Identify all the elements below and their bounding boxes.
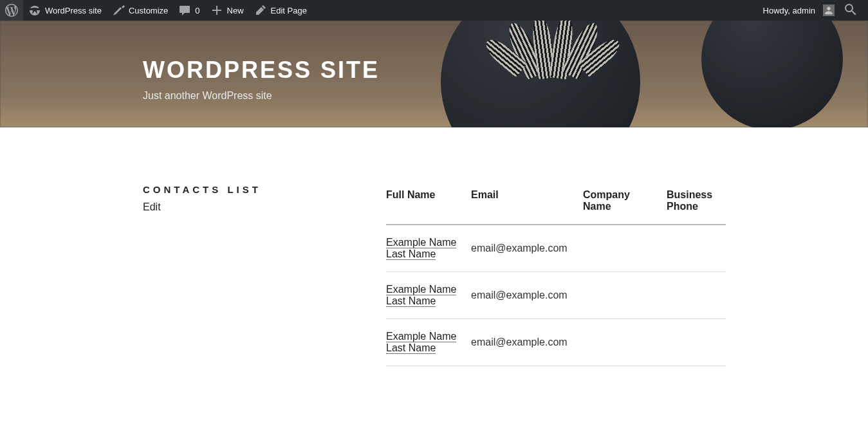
avatar-icon bbox=[823, 5, 835, 16]
new-label: New bbox=[227, 6, 244, 15]
cell-company bbox=[583, 225, 667, 272]
page-content: CONTACTS LIST Edit Full Name Email Compa… bbox=[0, 127, 868, 366]
col-company: Company Name bbox=[583, 184, 667, 225]
customize-icon bbox=[112, 4, 125, 17]
site-name-menu[interactable]: WordPress site bbox=[23, 0, 107, 21]
comments-menu[interactable]: 0 bbox=[173, 0, 205, 21]
contact-name-link[interactable]: Example Name Last Name bbox=[386, 331, 456, 354]
table-row: Example Name Last Nameemail@example.com bbox=[386, 319, 726, 366]
cell-email: email@example.com bbox=[471, 225, 583, 272]
cell-full-name: Example Name Last Name bbox=[386, 225, 471, 272]
table-row: Example Name Last Nameemail@example.com bbox=[386, 272, 726, 319]
site-name-label: WordPress site bbox=[45, 6, 102, 15]
customize-label: Customize bbox=[129, 6, 168, 15]
page-title: CONTACTS LIST bbox=[143, 184, 386, 195]
new-content-menu[interactable]: New bbox=[205, 0, 249, 21]
entry-content: Full Name Email Company Name Business Ph… bbox=[386, 184, 726, 366]
cell-email: email@example.com bbox=[471, 319, 583, 366]
cell-phone bbox=[667, 272, 726, 319]
cell-email: email@example.com bbox=[471, 272, 583, 319]
contact-name-link[interactable]: Example Name Last Name bbox=[386, 284, 456, 307]
cell-company bbox=[583, 272, 667, 319]
cell-phone bbox=[667, 225, 726, 272]
dashboard-icon bbox=[28, 4, 41, 17]
entry-header: CONTACTS LIST Edit bbox=[143, 184, 386, 366]
wordpress-icon bbox=[5, 4, 18, 17]
table-header-row: Full Name Email Company Name Business Ph… bbox=[386, 184, 726, 225]
cell-phone bbox=[667, 319, 726, 366]
comments-icon bbox=[178, 4, 191, 17]
edit-page-label: Edit Page bbox=[271, 6, 307, 15]
col-full-name: Full Name bbox=[386, 184, 471, 225]
site-branding: WORDPRESS SITE Just another WordPress si… bbox=[0, 21, 868, 102]
edit-page-menu[interactable]: Edit Page bbox=[249, 0, 312, 21]
admin-bar-left: WordPress site Customize 0 New Edit Page bbox=[0, 0, 758, 21]
col-phone: Business Phone bbox=[667, 184, 726, 225]
my-account-menu[interactable]: Howdy, admin bbox=[758, 0, 840, 21]
comments-count: 0 bbox=[195, 6, 199, 15]
contact-name-link[interactable]: Example Name Last Name bbox=[386, 237, 456, 260]
howdy-label: Howdy, admin bbox=[763, 6, 815, 15]
table-row: Example Name Last Nameemail@example.com bbox=[386, 225, 726, 272]
site-tagline: Just another WordPress site bbox=[143, 90, 868, 102]
site-title[interactable]: WORDPRESS SITE bbox=[143, 57, 868, 84]
search-menu[interactable] bbox=[840, 0, 863, 21]
plus-icon bbox=[210, 4, 223, 17]
wp-admin-bar: WordPress site Customize 0 New Edit Page bbox=[0, 0, 868, 21]
cell-company bbox=[583, 319, 667, 366]
contacts-table: Full Name Email Company Name Business Ph… bbox=[386, 184, 726, 366]
cell-full-name: Example Name Last Name bbox=[386, 319, 471, 366]
col-email: Email bbox=[471, 184, 583, 225]
customize-menu[interactable]: Customize bbox=[107, 0, 173, 21]
search-icon bbox=[845, 4, 858, 17]
cell-full-name: Example Name Last Name bbox=[386, 272, 471, 319]
admin-bar-right: Howdy, admin bbox=[758, 0, 868, 21]
edit-link[interactable]: Edit bbox=[143, 201, 161, 212]
site-header: WORDPRESS SITE Just another WordPress si… bbox=[0, 21, 868, 127]
wp-logo-menu[interactable] bbox=[0, 0, 23, 21]
pencil-icon bbox=[254, 4, 267, 17]
